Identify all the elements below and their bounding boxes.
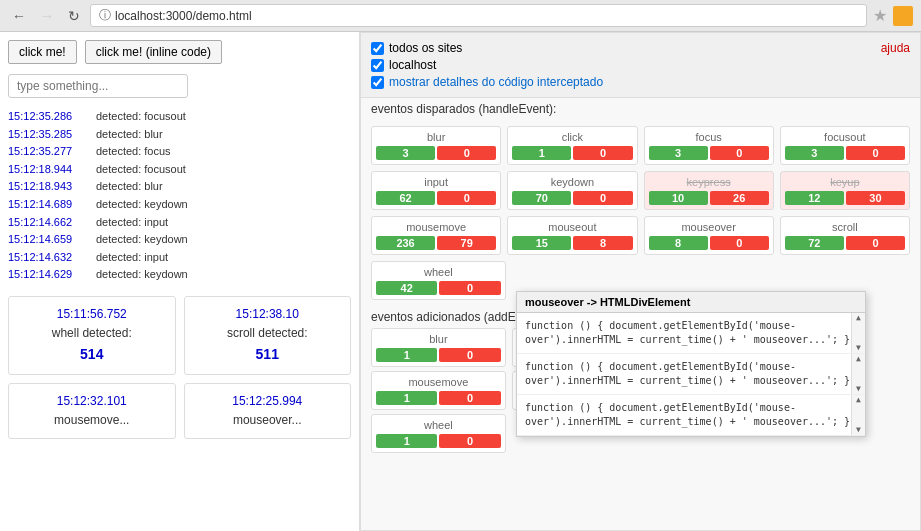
- event-time: 15:12:14.659: [8, 231, 88, 249]
- click-button[interactable]: click me!: [8, 40, 77, 64]
- event-name: keyup: [785, 176, 905, 188]
- localhost-label: localhost: [389, 58, 436, 72]
- todos-checkbox[interactable]: [371, 42, 384, 55]
- log-row: 15:12:14.662 detected: input: [8, 214, 351, 232]
- red-count: 0: [846, 146, 905, 160]
- event-desc: detected: keydown: [96, 266, 188, 284]
- event-name: click: [512, 131, 632, 143]
- red-count: 79: [437, 236, 496, 250]
- inline-click-button[interactable]: click me! (inline code): [85, 40, 222, 64]
- event-name: mousemove: [376, 376, 501, 388]
- event-card-mouseover: mouseover 8 0: [644, 216, 774, 255]
- red-count: 0: [437, 146, 496, 160]
- event-time: 15:12:35.277: [8, 143, 88, 161]
- event-counts: 3 0: [785, 146, 905, 160]
- log-row: 15:12:35.285 detected: blur: [8, 126, 351, 144]
- event-name: focusout: [785, 131, 905, 143]
- checkbox-todos: todos os sites: [371, 41, 910, 55]
- localhost-checkbox[interactable]: [371, 59, 384, 72]
- page-content: click me! click me! (inline code) 15:12:…: [0, 32, 921, 531]
- event-desc: detected: focusout: [96, 108, 186, 126]
- scroll-up[interactable]: ▲: [855, 313, 862, 323]
- green-count: 1: [512, 146, 571, 160]
- green-count: 3: [785, 146, 844, 160]
- green-count: 12: [785, 191, 844, 205]
- event-counts: 70 0: [512, 191, 632, 205]
- event-card-click: click 1 0: [507, 126, 637, 165]
- red-count: 0: [439, 348, 500, 362]
- log-row: 15:12:14.629 detected: keydown: [8, 266, 351, 284]
- log-row: 15:12:18.944 detected: focusout: [8, 161, 351, 179]
- reload-button[interactable]: ↻: [64, 6, 84, 26]
- event-desc: detected: keydown: [96, 231, 188, 249]
- green-count: 3: [376, 146, 435, 160]
- event-card-focus: focus 3 0: [644, 126, 774, 165]
- info-box-scroll: 15:12:38.10 scroll detected: 511: [184, 296, 352, 375]
- tooltip-title: mouseover -> HTMLDivElement: [517, 292, 865, 313]
- red-count: 0: [439, 434, 500, 448]
- scroll-down[interactable]: ▼: [855, 384, 862, 394]
- event-card-scroll: scroll 72 0: [780, 216, 910, 255]
- red-count: 0: [437, 191, 496, 205]
- event-desc: detected: focusout: [96, 161, 186, 179]
- scroll-up[interactable]: ▲: [855, 354, 862, 364]
- event-card-keydown: keydown 70 0: [507, 171, 637, 210]
- event-desc: detected: focus: [96, 143, 171, 161]
- tooltip-overlay: mouseover -> HTMLDivElement function () …: [516, 291, 866, 437]
- todos-label: todos os sites: [389, 41, 462, 55]
- address-bar[interactable]: ⓘ localhost:3000/demo.html: [90, 4, 867, 27]
- green-count: 62: [376, 191, 435, 205]
- forward-button[interactable]: →: [36, 6, 58, 26]
- event-name: mouseout: [512, 221, 632, 233]
- scroll-down[interactable]: ▼: [855, 343, 862, 353]
- red-count: 0: [439, 391, 500, 405]
- scroll-up[interactable]: ▲: [855, 395, 862, 405]
- fired-events-grid: blur 3 0 click 1 0 focus 3 0: [361, 120, 920, 261]
- tooltip-code-2: function () { document.getElementById('m…: [517, 354, 865, 395]
- event-counts: 12 30: [785, 191, 905, 205]
- lock-icon: ⓘ: [99, 7, 111, 24]
- green-count: 8: [649, 236, 708, 250]
- search-input[interactable]: [8, 74, 188, 98]
- green-count: 70: [512, 191, 571, 205]
- event-counts: 8 0: [649, 236, 769, 250]
- event-log: 15:12:35.286 detected: focusout 15:12:35…: [8, 108, 351, 284]
- event-time: 15:12:14.629: [8, 266, 88, 284]
- info-value: 514: [17, 343, 167, 365]
- red-count: 0: [710, 146, 769, 160]
- event-desc: detected: blur: [96, 178, 163, 196]
- ajuda-link[interactable]: ajuda: [881, 41, 910, 55]
- event-desc: detected: keydown: [96, 196, 188, 214]
- green-count: 42: [376, 281, 437, 295]
- mostrar-label: mostrar detalhes do código interceptado: [389, 75, 603, 89]
- red-count: 0: [439, 281, 500, 295]
- red-count: 0: [846, 236, 905, 250]
- info-time: 15:12:25.994: [193, 392, 343, 411]
- log-row: 15:12:14.632 detected: input: [8, 249, 351, 267]
- event-counts: 1 0: [512, 146, 632, 160]
- tooltip-code-1: function () { document.getElementById('m…: [517, 313, 865, 354]
- event-counts: 1 0: [376, 434, 501, 448]
- event-time: 15:12:18.944: [8, 161, 88, 179]
- scroll-down[interactable]: ▼: [855, 425, 862, 435]
- event-name: mouseover: [649, 221, 769, 233]
- event-card-mouseout: mouseout 15 8: [507, 216, 637, 255]
- green-count: 1: [376, 434, 437, 448]
- log-row: 15:12:18.943 detected: blur: [8, 178, 351, 196]
- back-button[interactable]: ←: [8, 6, 30, 26]
- info-box-mousemove: 15:12:32.101 mousemove...: [8, 383, 176, 439]
- event-counts: 1 0: [376, 348, 501, 362]
- mostrar-checkbox[interactable]: [371, 76, 384, 89]
- red-count: 30: [846, 191, 905, 205]
- bookmark-button[interactable]: ★: [873, 6, 887, 25]
- button-row: click me! click me! (inline code): [8, 40, 351, 64]
- event-name: blur: [376, 333, 501, 345]
- browser-chrome: ← → ↻ ⓘ localhost:3000/demo.html ★: [0, 0, 921, 32]
- event-counts: 62 0: [376, 191, 496, 205]
- info-time: 15:11:56.752: [17, 305, 167, 324]
- event-name: mousemove: [376, 221, 496, 233]
- event-counts: 3 0: [376, 146, 496, 160]
- event-card-input: input 62 0: [371, 171, 501, 210]
- added-event-mousemove: mousemove 1 0: [371, 371, 506, 410]
- extension-button[interactable]: [893, 6, 913, 26]
